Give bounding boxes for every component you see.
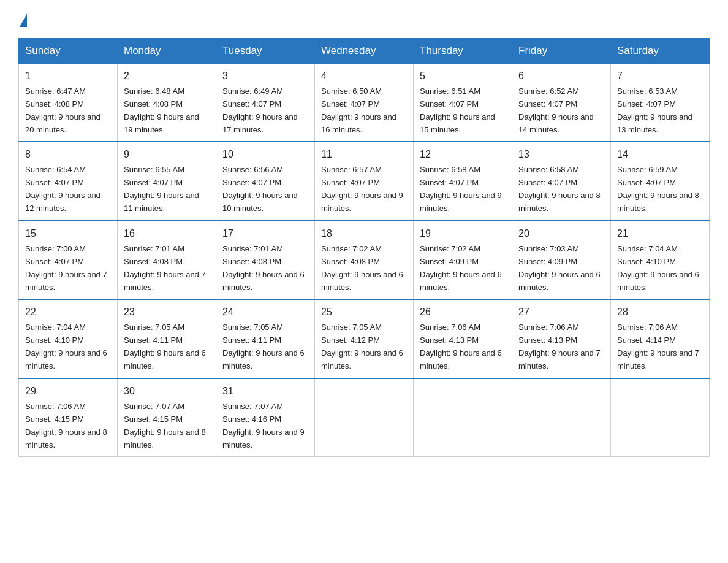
day-info: Sunrise: 7:02 AMSunset: 4:09 PMDaylight:… bbox=[420, 244, 502, 292]
calendar-cell: 1Sunrise: 6:47 AMSunset: 4:08 PMDaylight… bbox=[19, 64, 118, 142]
day-info: Sunrise: 7:01 AMSunset: 4:08 PMDaylight:… bbox=[124, 244, 206, 292]
day-number: 22 bbox=[25, 305, 111, 320]
day-info: Sunrise: 7:05 AMSunset: 4:11 PMDaylight:… bbox=[222, 323, 305, 370]
day-number: 21 bbox=[617, 226, 703, 242]
day-number: 15 bbox=[25, 226, 111, 242]
day-info: Sunrise: 6:54 AMSunset: 4:07 PMDaylight:… bbox=[25, 165, 100, 213]
calendar-cell: 10Sunrise: 6:56 AMSunset: 4:07 PMDayligh… bbox=[216, 142, 315, 220]
day-info: Sunrise: 7:04 AMSunset: 4:10 PMDaylight:… bbox=[25, 323, 107, 370]
day-number: 24 bbox=[222, 305, 308, 320]
week-row-2: 8Sunrise: 6:54 AMSunset: 4:07 PMDaylight… bbox=[19, 142, 710, 220]
day-info: Sunrise: 7:06 AMSunset: 4:14 PMDaylight:… bbox=[617, 323, 699, 370]
calendar-cell: 30Sunrise: 7:07 AMSunset: 4:15 PMDayligh… bbox=[118, 378, 216, 457]
day-info: Sunrise: 7:05 AMSunset: 4:12 PMDaylight:… bbox=[321, 323, 403, 370]
calendar-cell bbox=[611, 378, 710, 457]
calendar-cell bbox=[414, 378, 512, 457]
day-number: 16 bbox=[124, 226, 210, 242]
day-info: Sunrise: 7:06 AMSunset: 4:13 PMDaylight:… bbox=[420, 323, 502, 370]
day-info: Sunrise: 6:49 AMSunset: 4:07 PMDaylight:… bbox=[222, 86, 298, 134]
day-number: 3 bbox=[222, 69, 308, 84]
day-number: 13 bbox=[518, 147, 604, 163]
day-number: 1 bbox=[25, 69, 111, 84]
day-number: 20 bbox=[518, 226, 604, 242]
calendar-cell: 18Sunrise: 7:02 AMSunset: 4:08 PMDayligh… bbox=[315, 221, 414, 299]
col-header-sunday: Sunday bbox=[19, 39, 118, 64]
col-header-saturday: Saturday bbox=[611, 39, 710, 64]
day-info: Sunrise: 7:02 AMSunset: 4:08 PMDaylight:… bbox=[321, 244, 403, 292]
calendar-table: SundayMondayTuesdayWednesdayThursdayFrid… bbox=[18, 38, 710, 457]
day-info: Sunrise: 7:03 AMSunset: 4:09 PMDaylight:… bbox=[518, 244, 601, 292]
day-number: 11 bbox=[321, 147, 407, 163]
calendar-cell: 21Sunrise: 7:04 AMSunset: 4:10 PMDayligh… bbox=[611, 221, 710, 299]
calendar-cell: 16Sunrise: 7:01 AMSunset: 4:08 PMDayligh… bbox=[118, 221, 216, 299]
calendar-cell: 19Sunrise: 7:02 AMSunset: 4:09 PMDayligh… bbox=[414, 221, 512, 299]
calendar-cell: 25Sunrise: 7:05 AMSunset: 4:12 PMDayligh… bbox=[315, 299, 414, 378]
day-info: Sunrise: 7:07 AMSunset: 4:15 PMDaylight:… bbox=[124, 402, 206, 450]
col-header-thursday: Thursday bbox=[414, 39, 512, 64]
calendar-cell bbox=[512, 378, 611, 457]
day-info: Sunrise: 6:53 AMSunset: 4:07 PMDaylight:… bbox=[617, 86, 692, 134]
day-number: 2 bbox=[124, 69, 210, 84]
week-row-4: 22Sunrise: 7:04 AMSunset: 4:10 PMDayligh… bbox=[19, 299, 710, 378]
day-info: Sunrise: 6:56 AMSunset: 4:07 PMDaylight:… bbox=[222, 165, 298, 213]
day-number: 10 bbox=[222, 147, 308, 163]
day-info: Sunrise: 6:57 AMSunset: 4:07 PMDaylight:… bbox=[321, 165, 403, 213]
calendar-cell: 11Sunrise: 6:57 AMSunset: 4:07 PMDayligh… bbox=[315, 142, 414, 220]
day-info: Sunrise: 7:00 AMSunset: 4:07 PMDaylight:… bbox=[25, 244, 107, 292]
col-header-friday: Friday bbox=[512, 39, 611, 64]
day-number: 14 bbox=[617, 147, 703, 163]
calendar-cell: 26Sunrise: 7:06 AMSunset: 4:13 PMDayligh… bbox=[414, 299, 512, 378]
page-header bbox=[18, 12, 710, 27]
calendar-cell: 22Sunrise: 7:04 AMSunset: 4:10 PMDayligh… bbox=[19, 299, 118, 378]
col-header-monday: Monday bbox=[118, 39, 216, 64]
col-header-wednesday: Wednesday bbox=[315, 39, 414, 64]
day-info: Sunrise: 7:06 AMSunset: 4:15 PMDaylight:… bbox=[25, 402, 107, 450]
calendar-cell: 28Sunrise: 7:06 AMSunset: 4:14 PMDayligh… bbox=[611, 299, 710, 378]
day-number: 12 bbox=[420, 147, 506, 163]
day-number: 18 bbox=[321, 226, 407, 242]
logo bbox=[18, 12, 27, 27]
day-number: 6 bbox=[518, 69, 604, 84]
calendar-cell: 31Sunrise: 7:07 AMSunset: 4:16 PMDayligh… bbox=[216, 378, 315, 457]
calendar-cell: 27Sunrise: 7:06 AMSunset: 4:13 PMDayligh… bbox=[512, 299, 611, 378]
calendar-cell: 5Sunrise: 6:51 AMSunset: 4:07 PMDaylight… bbox=[414, 64, 512, 142]
day-info: Sunrise: 6:58 AMSunset: 4:07 PMDaylight:… bbox=[518, 165, 601, 213]
logo-triangle-icon bbox=[20, 13, 27, 27]
calendar-cell: 7Sunrise: 6:53 AMSunset: 4:07 PMDaylight… bbox=[611, 64, 710, 142]
day-number: 5 bbox=[420, 69, 506, 84]
day-number: 28 bbox=[617, 305, 703, 320]
calendar-cell: 24Sunrise: 7:05 AMSunset: 4:11 PMDayligh… bbox=[216, 299, 315, 378]
day-number: 27 bbox=[518, 305, 604, 320]
calendar-cell bbox=[315, 378, 414, 457]
calendar-cell: 4Sunrise: 6:50 AMSunset: 4:07 PMDaylight… bbox=[315, 64, 414, 142]
day-number: 30 bbox=[124, 384, 210, 399]
day-info: Sunrise: 6:50 AMSunset: 4:07 PMDaylight:… bbox=[321, 86, 396, 134]
calendar-cell: 8Sunrise: 6:54 AMSunset: 4:07 PMDaylight… bbox=[19, 142, 118, 220]
calendar-cell: 12Sunrise: 6:58 AMSunset: 4:07 PMDayligh… bbox=[414, 142, 512, 220]
day-info: Sunrise: 6:52 AMSunset: 4:07 PMDaylight:… bbox=[518, 86, 594, 134]
week-row-1: 1Sunrise: 6:47 AMSunset: 4:08 PMDaylight… bbox=[19, 64, 710, 142]
day-info: Sunrise: 6:51 AMSunset: 4:07 PMDaylight:… bbox=[420, 86, 495, 134]
day-info: Sunrise: 7:04 AMSunset: 4:10 PMDaylight:… bbox=[617, 244, 699, 292]
day-number: 19 bbox=[420, 226, 506, 242]
col-header-tuesday: Tuesday bbox=[216, 39, 315, 64]
day-info: Sunrise: 7:01 AMSunset: 4:08 PMDaylight:… bbox=[222, 244, 305, 292]
calendar-cell: 23Sunrise: 7:05 AMSunset: 4:11 PMDayligh… bbox=[118, 299, 216, 378]
day-number: 23 bbox=[124, 305, 210, 320]
day-number: 29 bbox=[25, 384, 111, 399]
day-info: Sunrise: 6:55 AMSunset: 4:07 PMDaylight:… bbox=[124, 165, 199, 213]
day-number: 9 bbox=[124, 147, 210, 163]
day-number: 26 bbox=[420, 305, 506, 320]
week-row-3: 15Sunrise: 7:00 AMSunset: 4:07 PMDayligh… bbox=[19, 221, 710, 299]
day-info: Sunrise: 7:05 AMSunset: 4:11 PMDaylight:… bbox=[124, 323, 206, 370]
day-info: Sunrise: 6:48 AMSunset: 4:08 PMDaylight:… bbox=[124, 86, 199, 134]
calendar-cell: 13Sunrise: 6:58 AMSunset: 4:07 PMDayligh… bbox=[512, 142, 611, 220]
calendar-header-row: SundayMondayTuesdayWednesdayThursdayFrid… bbox=[19, 39, 710, 64]
calendar-cell: 17Sunrise: 7:01 AMSunset: 4:08 PMDayligh… bbox=[216, 221, 315, 299]
day-info: Sunrise: 7:06 AMSunset: 4:13 PMDaylight:… bbox=[518, 323, 601, 370]
day-info: Sunrise: 6:47 AMSunset: 4:08 PMDaylight:… bbox=[25, 86, 100, 134]
day-number: 25 bbox=[321, 305, 407, 320]
calendar-cell: 29Sunrise: 7:06 AMSunset: 4:15 PMDayligh… bbox=[19, 378, 118, 457]
calendar-cell: 14Sunrise: 6:59 AMSunset: 4:07 PMDayligh… bbox=[611, 142, 710, 220]
day-number: 8 bbox=[25, 147, 111, 163]
